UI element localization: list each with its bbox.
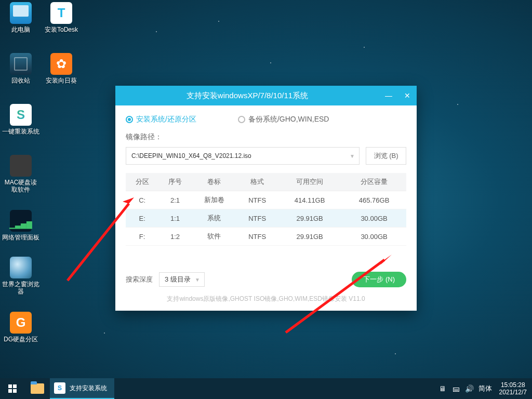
file-explorer-button[interactable] [25, 378, 50, 399]
ime-indicator[interactable]: 简体 [476, 384, 494, 393]
pc-icon [10, 2, 32, 24]
chevron-down-icon[interactable]: ▼ [350, 153, 355, 159]
radio-dot-icon [238, 116, 245, 123]
clock[interactable]: 15:05:28 2021/12/7 [494, 381, 532, 396]
installer-window: 支持安装windowsXP/7/8/10/11系统 — ✕ 安装系统/还原分区 … [115, 86, 417, 311]
window-title: 支持安装windowsXP/7/8/10/11系统 [115, 91, 379, 101]
minimize-button[interactable]: — [379, 86, 398, 105]
chevron-down-icon: ▼ [195, 277, 200, 283]
desktop-icon-browser[interactable]: 世界之窗浏览器 [2, 257, 39, 295]
clock-date: 2021/12/7 [499, 389, 527, 396]
close-button[interactable]: ✕ [398, 86, 417, 105]
desktop-icon-recycle-bin[interactable]: 回收站 [2, 53, 39, 84]
taskbar-app-label: 支持安装系统 [70, 384, 107, 393]
desktop-icon-sunflower[interactable]: 安装向日葵 [43, 53, 80, 84]
svg-rect-6 [8, 389, 12, 393]
th-size: 分区容量 [342, 173, 406, 191]
app-icon: S [54, 382, 65, 394]
icon-label: MAC硬盘读取软件 [2, 179, 39, 193]
svg-rect-7 [13, 389, 17, 393]
icon-label: 世界之窗浏览器 [2, 281, 39, 295]
icon-label: 网络管理面板 [2, 234, 39, 241]
desktop-icon-todesk[interactable]: 安装ToDesk [43, 2, 80, 33]
tray-usb-icon[interactable]: 🖴 [449, 384, 463, 393]
icon-label: 回收站 [2, 77, 39, 84]
leaf-icon [10, 104, 32, 126]
table-row-selected[interactable]: E: 1:1 系统 NTFS 29.91GB 30.00GB [126, 209, 406, 228]
apple-icon [10, 155, 32, 177]
icon-label: DG硬盘分区 [2, 336, 39, 343]
search-depth-select[interactable]: 3 级目录 ▼ [159, 272, 205, 287]
titlebar[interactable]: 支持安装windowsXP/7/8/10/11系统 — ✕ [115, 86, 417, 105]
globe-icon [10, 257, 32, 278]
search-depth-label: 搜索深度 [126, 275, 153, 284]
th-index: 序号 [158, 173, 191, 191]
th-fs: 格式 [237, 173, 277, 191]
recycle-bin-icon [10, 53, 32, 75]
folder-icon [31, 383, 44, 394]
desktop-icon-mac-disk[interactable]: MAC硬盘读取软件 [2, 155, 39, 193]
start-button[interactable] [0, 378, 25, 399]
windows-icon [8, 384, 17, 393]
taskbar-app-installer[interactable]: S 支持安装系统 [50, 378, 114, 399]
th-label: 卷标 [192, 173, 237, 191]
image-path-value: C:\DEEPIN_WIN10_X64_Q8_V2021.12.iso [131, 152, 251, 159]
partition-table: 分区 序号 卷标 格式 可用空间 分区容量 C: 2:1 新加卷 NTFS 41… [126, 173, 406, 246]
next-button[interactable]: 下一步 (N) [352, 272, 406, 287]
radio-install-restore[interactable]: 安装系统/还原分区 [126, 115, 196, 124]
svg-rect-4 [8, 384, 12, 388]
svg-rect-5 [13, 384, 17, 388]
desktop-icon-net-panel[interactable]: 网络管理面板 [2, 210, 39, 241]
icon-label: 安装ToDesk [43, 26, 80, 33]
radio-label: 安装系统/还原分区 [136, 115, 196, 124]
hint-text: 支持windows原版镜像,GHOST ISO镜像,GHO,WIM,ESD镜像安… [126, 295, 406, 303]
tray-monitor-icon[interactable]: 🖥 [436, 384, 449, 393]
browse-button[interactable]: 浏览 (B) [366, 147, 406, 165]
network-icon [10, 210, 32, 232]
radio-backup[interactable]: 备份系统/GHO,WIN,ESD [238, 115, 329, 124]
th-drive: 分区 [126, 173, 158, 191]
tray-volume-icon[interactable]: 🔊 [463, 384, 476, 393]
taskbar: S 支持安装系统 🖥 🖴 🔊 简体 15:05:28 2021/12/7 [0, 378, 532, 399]
sunflower-icon [50, 53, 72, 75]
clock-time: 15:05:28 [499, 381, 527, 389]
dg-icon [10, 312, 32, 334]
system-tray: 🖥 🖴 🔊 简体 15:05:28 2021/12/7 [436, 378, 532, 399]
icon-label: 安装向日葵 [43, 77, 80, 84]
todesk-icon [50, 2, 72, 24]
icon-label: 此电脑 [2, 26, 39, 33]
desktop-icon-dg-partition[interactable]: DG硬盘分区 [2, 312, 39, 343]
radio-dot-icon [126, 116, 133, 123]
radio-label: 备份系统/GHO,WIN,ESD [248, 115, 329, 124]
desktop-icon-reinstall[interactable]: 一键重装系统 [2, 104, 39, 135]
icon-label: 一键重装系统 [2, 128, 39, 135]
table-row[interactable]: F: 1:2 软件 NTFS 29.91GB 30.00GB [126, 228, 406, 246]
desktop-icon-this-pc[interactable]: 此电脑 [2, 2, 39, 33]
image-path-label: 镜像路径： [126, 132, 406, 142]
th-free: 可用空间 [277, 173, 342, 191]
table-row[interactable]: C: 2:1 新加卷 NTFS 414.11GB 465.76GB [126, 191, 406, 209]
image-path-combo[interactable]: C:\DEEPIN_WIN10_X64_Q8_V2021.12.iso ▼ [126, 147, 360, 165]
